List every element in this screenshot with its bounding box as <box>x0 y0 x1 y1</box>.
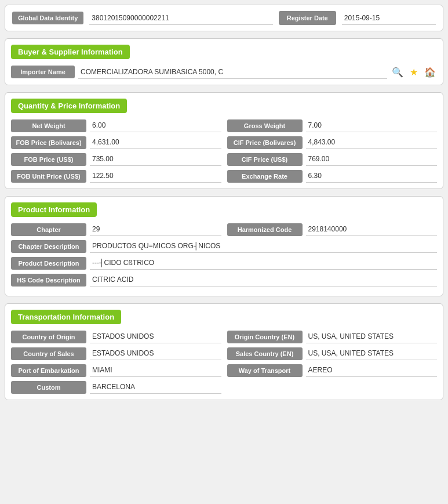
chapter-desc-row: Chapter Description PRODUCTOS QU=MICOS O… <box>11 240 437 253</box>
exchange-rate-value: 6.30 <box>306 169 438 183</box>
gross-weight-label: Gross Weight <box>227 119 303 132</box>
cif-bol-label: CIF Price (Bolivares) <box>227 136 303 149</box>
register-date-value: 2015-09-15 <box>342 12 436 25</box>
buyer-supplier-card: Buyer & Supplier Information Importer Na… <box>5 38 443 85</box>
chapter-value: 29 <box>90 223 221 236</box>
fob-usd-label: FOB Price (US$) <box>11 153 86 166</box>
origin-en-col: Origin Country (EN) US, USA, UNITED STAT… <box>227 330 438 343</box>
harmonized-value: 2918140000 <box>306 223 438 236</box>
gross-weight-value: 7.00 <box>306 119 438 132</box>
net-weight-value: 6.00 <box>90 119 221 132</box>
way-of-transport-col: Way of Transport AEREO <box>227 364 438 377</box>
cif-usd-value: 769.00 <box>306 153 438 166</box>
cif-usd-label: CIF Price (US$) <box>227 153 303 166</box>
cif-usd-col: CIF Price (US$) 769.00 <box>227 153 438 166</box>
register-date-button[interactable]: Register Date <box>279 11 336 25</box>
hs-code-label: HS Code Description <box>11 274 86 287</box>
origin-en-value: US, USA, UNITED STATES <box>306 330 438 343</box>
country-origin-label: Country of Origin <box>11 331 86 343</box>
fob-cif-usd-row: FOB Price (US$) 735.00 CIF Price (US$) 7… <box>11 153 437 166</box>
home-icon[interactable]: 🏠 <box>423 65 437 79</box>
buyer-supplier-header: Buyer & Supplier Information <box>11 45 130 59</box>
identity-card: Global Data Identity 3801201509000000221… <box>5 5 443 31</box>
country-sales-col: Country of Sales ESTADOS UNIDOS <box>11 347 221 360</box>
global-data-identity-label: Global Data Identity <box>12 12 83 24</box>
importer-name-value: COMERCIALIZADORA SUMIBASICA 5000, C <box>78 66 387 79</box>
fob-cif-bol-row: FOB Price (Bolivares) 4,631.00 CIF Price… <box>11 136 437 149</box>
fob-unit-col: FOB Unit Price (US$) 122.50 <box>11 169 221 183</box>
gross-weight-col: Gross Weight 7.00 <box>227 119 438 132</box>
port-transport-row: Port of Embarkation MIAMI Way of Transpo… <box>11 364 437 377</box>
star-icon[interactable]: ★ <box>407 65 421 79</box>
port-value: MIAMI <box>90 364 221 377</box>
transport-card: Transportation Information Country of Or… <box>5 303 443 400</box>
exchange-rate-col: Exchange Rate 6.30 <box>227 169 438 183</box>
sales-en-col: Sales Country (EN) US, USA, UNITED STATE… <box>227 347 438 360</box>
fob-usd-value: 735.00 <box>90 153 221 166</box>
qty-price-card: Quantity & Price Information Net Weight … <box>5 92 443 189</box>
harmonized-label: Harmonized Code <box>227 223 303 236</box>
way-of-transport-value: AEREO <box>306 364 438 377</box>
fob-bol-value: 4,631.00 <box>90 136 221 149</box>
port-col: Port of Embarkation MIAMI <box>11 364 221 377</box>
custom-row: Custom BARCELONA <box>11 380 437 394</box>
harmonized-col: Harmonized Code 2918140000 <box>227 223 438 236</box>
chapter-desc-value: PRODUCTOS QU=MICOS ORG┤NICOS <box>90 240 437 253</box>
way-of-transport-label: Way of Transport <box>227 364 303 377</box>
importer-row: Importer Name COMERCIALIZADORA SUMIBASIC… <box>11 65 437 79</box>
origin-en-label: Origin Country (EN) <box>227 331 303 343</box>
chapter-harmonized-row: Chapter 29 Harmonized Code 2918140000 <box>11 223 437 236</box>
global-data-identity-value: 38012015090000002211 <box>89 12 273 25</box>
country-sales-value: ESTADOS UNIDOS <box>90 347 221 360</box>
country-sales-label: Country of Sales <box>11 347 86 360</box>
net-weight-col: Net Weight 6.00 <box>11 119 221 132</box>
country-origin-value: ESTADOS UNIDOS <box>90 330 221 343</box>
hs-code-row: HS Code Description CITRIC ACID <box>11 273 437 287</box>
chapter-desc-label: Chapter Description <box>11 240 86 253</box>
fob-bol-col: FOB Price (Bolivares) 4,631.00 <box>11 136 221 149</box>
product-card: Product Information Chapter 29 Harmonize… <box>5 196 443 296</box>
custom-value: BARCELONA <box>90 380 221 394</box>
country-origin-col: Country of Origin ESTADOS UNIDOS <box>11 330 221 343</box>
custom-col: Custom BARCELONA <box>11 380 221 394</box>
cif-bol-value: 4,843.00 <box>306 136 438 149</box>
product-desc-label: Product Description <box>11 257 86 270</box>
country-origin-row: Country of Origin ESTADOS UNIDOS Origin … <box>11 330 437 343</box>
fob-unit-exchange-row: FOB Unit Price (US$) 122.50 Exchange Rat… <box>11 169 437 183</box>
port-label: Port of Embarkation <box>11 364 86 377</box>
country-sales-row: Country of Sales ESTADOS UNIDOS Sales Co… <box>11 347 437 360</box>
net-weight-label: Net Weight <box>11 119 86 132</box>
fob-unit-value: 122.50 <box>90 169 221 183</box>
chapter-label: Chapter <box>11 223 86 236</box>
custom-label: Custom <box>11 381 86 394</box>
exchange-rate-label: Exchange Rate <box>227 170 303 183</box>
product-desc-value: ---┤CIDO CßTRICO <box>90 256 437 270</box>
fob-bol-label: FOB Price (Bolivares) <box>11 136 86 149</box>
fob-unit-label: FOB Unit Price (US$) <box>11 170 86 183</box>
sales-en-label: Sales Country (EN) <box>227 347 303 360</box>
product-desc-row: Product Description ---┤CIDO CßTRICO <box>11 256 437 270</box>
chapter-col: Chapter 29 <box>11 223 221 236</box>
sales-en-value: US, USA, UNITED STATES <box>306 347 438 360</box>
search-icon[interactable]: 🔍 <box>391 65 405 79</box>
transport-header: Transportation Information <box>11 310 121 324</box>
net-gross-row: Net Weight 6.00 Gross Weight 7.00 <box>11 119 437 132</box>
fob-usd-col: FOB Price (US$) 735.00 <box>11 153 221 166</box>
cif-bol-col: CIF Price (Bolivares) 4,843.00 <box>227 136 438 149</box>
product-header: Product Information <box>11 202 97 217</box>
qty-price-header: Quantity & Price Information <box>11 99 127 113</box>
action-icons: 🔍 ★ 🏠 <box>391 65 437 79</box>
importer-name-label: Importer Name <box>11 66 75 78</box>
hs-code-value: CITRIC ACID <box>90 273 437 287</box>
